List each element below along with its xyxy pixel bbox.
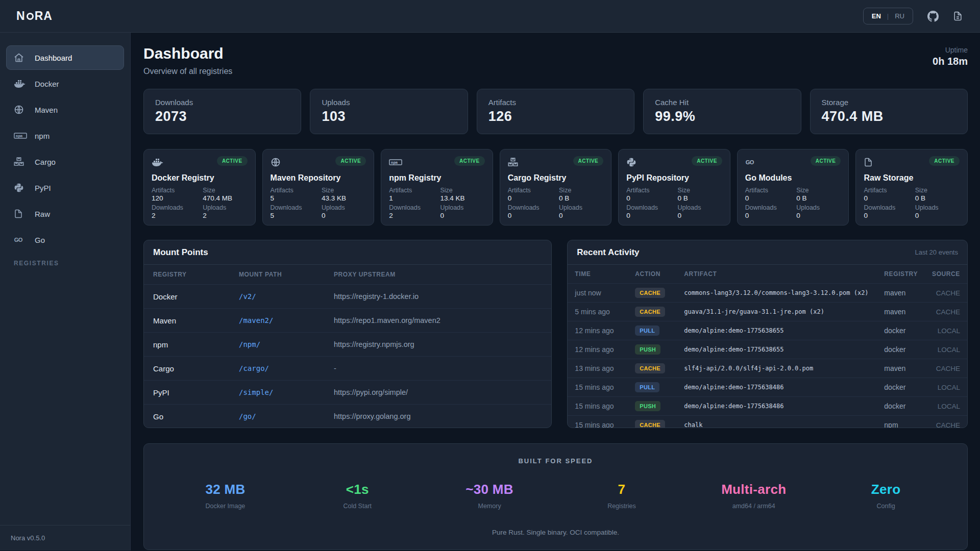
built-for-speed-card: BUILT FOR SPEED 32 MB Docker Image <1s C… — [143, 443, 968, 550]
sidebar-item-label: PyPI — [35, 184, 51, 192]
registry-card-raw[interactable]: ACTIVE Raw Storage Artifacts0 Size0 B Do… — [855, 149, 968, 226]
stat-label: Artifacts — [488, 98, 623, 107]
uploads-value: 0 — [440, 212, 484, 219]
mount-points-title: Mount Points — [153, 247, 208, 258]
sidebar-nav: Dashboard Docker Maven npm npm — [0, 44, 130, 254]
sidebar-item-docker[interactable]: Docker — [6, 71, 124, 96]
activity-artifact: demo/alpine:demo-1775638655 — [677, 321, 877, 340]
sidebar-item-label: Go — [35, 236, 45, 244]
registry-card-go[interactable]: GO ACTIVE Go Modules Artifacts0 Size0 B … — [737, 149, 849, 226]
mounts-col-path: MOUNT PATH — [230, 265, 325, 285]
downloads-value: 0 — [745, 212, 796, 219]
speed-stat-label: amd64 / arm64 — [688, 503, 820, 510]
recent-activity-card: Recent Activity Last 20 events TIME ACTI… — [567, 240, 968, 428]
lang-ru-button[interactable]: RU — [895, 12, 904, 20]
activity-source: CACHE — [925, 416, 967, 429]
stats-row: Downloads 2073 Uploads 103 Artifacts 126… — [143, 89, 968, 134]
downloads-label: Downloads — [508, 204, 559, 211]
mount-registry: Maven — [144, 309, 230, 333]
lang-en-button[interactable]: EN — [872, 12, 881, 20]
sidebar-item-cargo[interactable]: Cargo — [6, 149, 124, 174]
action-badge: PUSH — [635, 401, 660, 411]
raw-icon — [864, 156, 873, 168]
activity-time: 13 mins ago — [568, 359, 628, 378]
uploads-value: 0 — [559, 212, 603, 219]
stat-label: Cache Hit — [655, 98, 789, 107]
artifacts-value: 120 — [152, 194, 203, 202]
activity-row: 12 mins ago PULL demo/alpine:demo-177563… — [568, 321, 967, 340]
registry-card-cargo[interactable]: ACTIVE Cargo Registry Artifacts0 Size0 B… — [500, 149, 612, 226]
active-badge: ACTIVE — [217, 156, 248, 166]
stat-card: Storage 470.4 MB — [810, 89, 968, 134]
artifacts-label: Artifacts — [508, 187, 559, 194]
mount-path-link[interactable]: /v2/ — [239, 292, 256, 300]
active-badge: ACTIVE — [335, 156, 366, 166]
action-badge: CACHE — [635, 288, 665, 298]
downloads-value: 0 — [508, 212, 559, 219]
svg-text:npm: npm — [16, 134, 23, 138]
sidebar-item-dashboard[interactable]: Dashboard — [6, 45, 124, 70]
uploads-label: Uploads — [559, 204, 603, 211]
activity-artifact: commons-lang3/3.12.0/commons-lang3-3.12.… — [677, 284, 877, 303]
home-icon — [14, 52, 27, 63]
main-content: Dashboard Overview of all registries Upt… — [131, 33, 980, 550]
mount-path-link[interactable]: /maven2/ — [239, 316, 273, 324]
mount-row: npm /npm/ https://registry.npmjs.org — [144, 333, 551, 357]
sidebar-item-raw[interactable]: Raw — [6, 202, 124, 226]
topbar: NRA EN | RU — [0, 0, 980, 33]
uptime-label: Uptime — [933, 46, 968, 54]
speed-stat-label: Registries — [556, 503, 688, 510]
stat-card: Uploads 103 — [310, 89, 468, 134]
speed-stat-cold-start: <1s Cold Start — [291, 482, 424, 510]
activity-row: 15 mins ago PULL demo/alpine:demo-177563… — [568, 378, 967, 397]
sidebar-item-label: Cargo — [35, 158, 56, 166]
sidebar-item-npm[interactable]: npm npm — [6, 123, 124, 148]
registry-card-docker[interactable]: ACTIVE Docker Registry Artifacts120 Size… — [143, 149, 256, 226]
action-badge: CACHE — [635, 363, 665, 373]
logo-o-shape — [27, 13, 34, 20]
mount-path-link[interactable]: /simple/ — [239, 388, 273, 396]
activity-artifact: chalk — [677, 416, 877, 429]
artifacts-value: 0 — [864, 194, 915, 202]
language-toggle[interactable]: EN | RU — [863, 8, 913, 24]
size-value: 13.4 KB — [440, 194, 484, 202]
registry-card-pypi[interactable]: ACTIVE PyPI Repository Artifacts0 Size0 … — [618, 149, 730, 226]
raw-icon — [14, 208, 27, 219]
registry-card-npm[interactable]: npm ACTIVE npm Registry Artifacts1 Size1… — [381, 149, 493, 226]
sidebar-item-pypi[interactable]: PyPI — [6, 176, 124, 200]
built-for-speed-title: BUILT FOR SPEED — [159, 457, 952, 465]
registry-card-maven[interactable]: ACTIVE Maven Repository Artifacts5 Size4… — [262, 149, 375, 226]
svg-text:GO: GO — [14, 237, 23, 243]
activity-source: LOCAL — [925, 378, 967, 397]
artifacts-label: Artifacts — [626, 187, 677, 194]
speed-stat-zero-config: Zero Config — [820, 482, 952, 510]
github-icon[interactable] — [927, 11, 939, 22]
go-icon: GO — [14, 234, 27, 245]
action-badge: CACHE — [635, 420, 665, 428]
mount-path-link[interactable]: /npm/ — [239, 340, 260, 348]
size-value: 0 B — [678, 194, 722, 202]
registry-card-title: Cargo Registry — [508, 173, 604, 183]
recent-activity-note: Last 20 events — [915, 248, 958, 256]
stat-label: Storage — [822, 98, 956, 107]
downloads-label: Downloads — [152, 204, 203, 211]
mount-path-link[interactable]: /cargo/ — [239, 364, 269, 372]
size-label: Size — [322, 187, 366, 194]
downloads-value: 2 — [152, 212, 203, 219]
docker-icon — [14, 78, 27, 89]
downloads-value: 2 — [389, 212, 440, 219]
artifacts-value: 0 — [508, 194, 559, 202]
activity-artifact: demo/alpine:demo-1775638655 — [677, 340, 877, 359]
downloads-label: Downloads — [389, 204, 440, 211]
size-value: 0 B — [796, 194, 841, 202]
sidebar-item-go[interactable]: GO Go — [6, 228, 124, 252]
speed-stat-value: ~30 MB — [424, 482, 556, 497]
docs-icon[interactable] — [953, 11, 963, 21]
mount-path-link[interactable]: /go/ — [239, 412, 256, 420]
npm-icon: npm — [389, 156, 402, 168]
sidebar-item-maven[interactable]: Maven — [6, 97, 124, 122]
activity-row: 15 mins ago CACHE chalk npm CACHE — [568, 416, 967, 429]
stat-label: Downloads — [155, 98, 289, 107]
mount-registry: Docker — [144, 285, 230, 309]
size-value: 0 B — [559, 194, 603, 202]
